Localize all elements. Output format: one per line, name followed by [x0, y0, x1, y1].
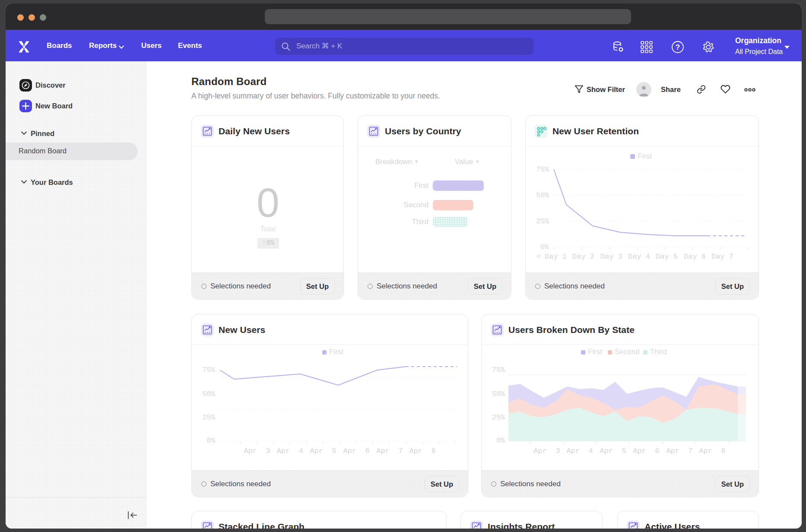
svg-text:50%: 50% [492, 390, 505, 398]
svg-text:Day 4: Day 4 [628, 253, 650, 261]
svg-text:First: First [588, 348, 602, 356]
svg-text:Apr 3: Apr 3 [533, 447, 560, 455]
svg-text:First: First [638, 152, 652, 160]
svg-text:Apr 7: Apr 7 [666, 447, 692, 455]
svg-text:Apr 5: Apr 5 [600, 447, 626, 455]
svg-text:Day 5: Day 5 [656, 253, 678, 261]
svg-text:50%: 50% [202, 390, 215, 398]
svg-text:Day 6: Day 6 [684, 253, 706, 261]
svg-text:Apr 8: Apr 8 [409, 447, 435, 455]
svg-text:Day 7: Day 7 [711, 253, 733, 261]
svg-text:Day 2: Day 2 [572, 253, 594, 261]
svg-text:Apr 8: Apr 8 [699, 447, 725, 455]
svg-text:50%: 50% [536, 191, 549, 200]
svg-text:Apr 5: Apr 5 [310, 447, 336, 455]
svg-text:Apr 7: Apr 7 [376, 447, 403, 455]
svg-text:Third: Third [650, 348, 667, 356]
svg-text:25%: 25% [202, 413, 215, 421]
svg-text:<: < [536, 253, 541, 261]
svg-text:25%: 25% [536, 217, 549, 225]
svg-text:?: ? [676, 43, 680, 51]
svg-text:Apr 4: Apr 4 [566, 447, 593, 455]
svg-text:First: First [329, 348, 343, 356]
svg-text:Apr 3: Apr 3 [244, 447, 270, 455]
svg-text:0%: 0% [206, 437, 215, 445]
svg-text:Apr 6: Apr 6 [633, 447, 659, 455]
svg-text:Day 1: Day 1 [545, 253, 567, 261]
svg-text:Day 3: Day 3 [600, 253, 622, 261]
svg-text:0%: 0% [540, 243, 549, 251]
svg-text:0%: 0% [496, 437, 505, 445]
svg-text:75%: 75% [492, 366, 505, 374]
svg-text:25%: 25% [492, 413, 505, 421]
svg-text:75%: 75% [202, 366, 215, 374]
svg-text:Apr 6: Apr 6 [343, 447, 369, 455]
svg-text:75%: 75% [536, 165, 549, 174]
svg-text:Apr 4: Apr 4 [276, 447, 303, 455]
svg-text:Second: Second [615, 348, 640, 356]
